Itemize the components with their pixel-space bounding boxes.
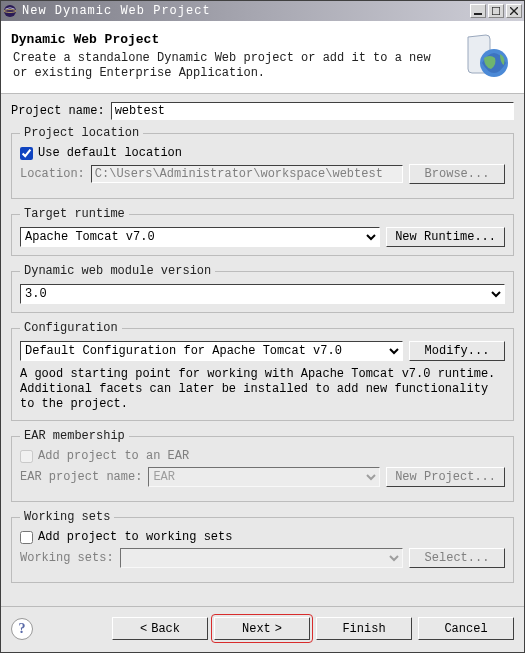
wizard-button-row: ? < Back Next > Finish Cancel (1, 607, 524, 652)
add-workingsets-label: Add project to working sets (38, 530, 232, 544)
new-runtime-button[interactable]: New Runtime... (386, 227, 505, 247)
add-workingsets-input[interactable] (20, 531, 33, 544)
select-workingsets-button: Select... (409, 548, 505, 568)
svg-rect-2 (474, 13, 482, 15)
target-runtime-group: Target runtime Apache Tomcat v7.0 New Ru… (11, 207, 514, 256)
dwmv-select[interactable]: 3.0 (20, 284, 505, 304)
workingsets-group: Working sets Add project to working sets… (11, 510, 514, 583)
svg-rect-3 (492, 7, 500, 15)
help-icon: ? (19, 621, 26, 637)
workingsets-legend: Working sets (20, 510, 114, 524)
wizard-banner: Dynamic Web Project Create a standalone … (1, 21, 524, 94)
dwmv-row: 3.0 (20, 284, 505, 304)
location-row: Location: Browse... (20, 164, 505, 184)
finish-label: Finish (342, 622, 385, 636)
use-default-location-label: Use default location (38, 146, 182, 160)
chevron-left-icon: < (140, 622, 147, 636)
ear-legend: EAR membership (20, 429, 129, 443)
next-label: Next (242, 622, 271, 636)
banner-globe-icon (460, 29, 514, 83)
ear-proj-select: EAR (148, 467, 380, 487)
eclipse-icon (3, 4, 17, 18)
dialog-window: New Dynamic Web Project Dynamic Web Proj… (0, 0, 525, 653)
dwmv-legend: Dynamic web module version (20, 264, 215, 278)
project-location-group: Project location Use default location Lo… (11, 126, 514, 199)
configuration-select[interactable]: Default Configuration for Apache Tomcat … (20, 341, 403, 361)
add-ear-checkbox[interactable]: Add project to an EAR (20, 449, 505, 463)
configuration-legend: Configuration (20, 321, 122, 335)
project-name-row: Project name: (11, 102, 514, 120)
add-ear-label: Add project to an EAR (38, 449, 189, 463)
location-label: Location: (20, 167, 85, 181)
close-button[interactable] (506, 4, 522, 18)
workingsets-select (120, 548, 403, 568)
cancel-label: Cancel (444, 622, 487, 636)
svg-point-0 (4, 5, 16, 17)
next-button[interactable]: Next > (214, 617, 310, 640)
workingsets-row: Working sets: Select... (20, 548, 505, 568)
workingsets-label: Working sets: (20, 551, 114, 565)
finish-button[interactable]: Finish (316, 617, 412, 640)
ear-proj-row: EAR project name: EAR New Project... (20, 467, 505, 487)
banner-description: Create a standalone Dynamic Web project … (11, 51, 431, 81)
use-default-location-input[interactable] (20, 147, 33, 160)
location-input (91, 165, 403, 183)
dwmv-group: Dynamic web module version 3.0 (11, 264, 514, 313)
project-name-input[interactable] (111, 102, 514, 120)
window-controls (468, 4, 522, 18)
titlebar: New Dynamic Web Project (1, 1, 524, 21)
runtime-row: Apache Tomcat v7.0 New Runtime... (20, 227, 505, 247)
browse-button: Browse... (409, 164, 505, 184)
window-title: New Dynamic Web Project (22, 4, 468, 18)
ear-proj-label: EAR project name: (20, 470, 142, 484)
maximize-button[interactable] (488, 4, 504, 18)
back-button[interactable]: < Back (112, 617, 208, 640)
add-workingsets-checkbox[interactable]: Add project to working sets (20, 530, 505, 544)
ear-group: EAR membership Add project to an EAR EAR… (11, 429, 514, 502)
cancel-button[interactable]: Cancel (418, 617, 514, 640)
chevron-right-icon: > (275, 622, 282, 636)
add-ear-input (20, 450, 33, 463)
back-label: Back (151, 622, 180, 636)
target-runtime-legend: Target runtime (20, 207, 129, 221)
configuration-description: A good starting point for working with A… (20, 367, 505, 412)
project-location-legend: Project location (20, 126, 143, 140)
configuration-row: Default Configuration for Apache Tomcat … (20, 341, 505, 361)
banner-title: Dynamic Web Project (11, 32, 460, 47)
use-default-location-checkbox[interactable]: Use default location (20, 146, 505, 160)
configuration-group: Configuration Default Configuration for … (11, 321, 514, 421)
content-area: Project name: Project location Use defau… (1, 94, 524, 606)
new-project-button: New Project... (386, 467, 505, 487)
runtime-select[interactable]: Apache Tomcat v7.0 (20, 227, 380, 247)
project-name-label: Project name: (11, 104, 105, 118)
help-button[interactable]: ? (11, 618, 33, 640)
minimize-button[interactable] (470, 4, 486, 18)
modify-button[interactable]: Modify... (409, 341, 505, 361)
